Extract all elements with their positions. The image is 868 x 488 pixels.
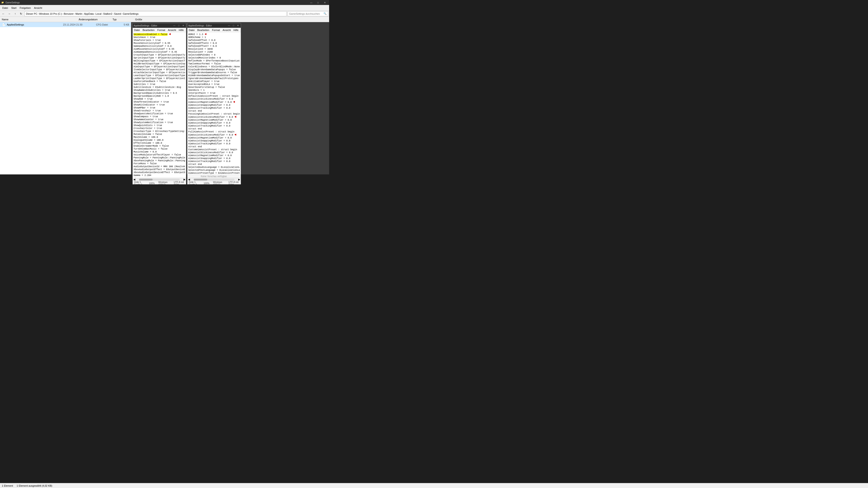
editor-line: CrouchInputType = EPlayerActionInputType… <box>133 54 185 57</box>
back-button[interactable]: ← <box>1 11 6 16</box>
editor-line: SafeZoneOffsetX = 0.0 <box>188 42 240 45</box>
editor-line: struct end <box>188 109 240 112</box>
view-menu[interactable]: Ansicht <box>33 5 43 10</box>
editor-line: ShowQuestsNotification = true <box>133 112 185 115</box>
editor-line: ShowTutorials = true <box>133 39 185 42</box>
minimize-button[interactable]: — <box>308 0 315 5</box>
editor-line: HideBrokenGameDataPopupsOnStart = true <box>188 74 240 77</box>
scrollbar-right-btn[interactable]: ▶ <box>183 178 186 181</box>
editor-window-2: AppliedSettings - Editor — □ ✕ Datei Bea… <box>187 23 241 184</box>
editor-2-content[interactable]: HDRUI = 1.3 ◄HDRScheme = 1SafeZoneOffset… <box>187 32 241 175</box>
editor-line: SelectedAudioLanguage = ELocalizationLan… <box>188 166 240 169</box>
maximize-button[interactable]: □ <box>315 0 321 5</box>
editor-line: XboxAudioOutputDeviceEffect = EOutputDev… <box>133 171 185 174</box>
refresh-button[interactable]: ↻ <box>19 11 24 16</box>
editor-1-menu-datei[interactable]: Datei <box>133 28 141 32</box>
scrollbar-left-btn[interactable]: ◀ <box>133 178 136 181</box>
file-size: 5 KB <box>116 23 129 26</box>
breadcrumb[interactable]: Dieser PC › Windows 10 Pro (C:) › Benutz… <box>24 11 287 16</box>
title-bar-icons: 📁 <box>1 1 4 4</box>
editor-1-status: Zeile 1, Spalte 1 100% Windows (CRLF) UT… <box>133 181 186 184</box>
editor-1-scroll[interactable]: bAimAssistEnabled = false ◄bAutoSave = t… <box>133 33 185 177</box>
editor-1-maximize[interactable]: □ <box>177 24 181 27</box>
editor-1-menu-ansicht[interactable]: Ansicht <box>166 28 178 32</box>
editor-line: AimAssistMagnetismModifier = 0.0 <box>188 119 240 122</box>
editor-1-status-encoding: UTF-8 mit BOM <box>174 181 185 185</box>
editor-line: AimMouseSensitivityCoef = 0.55 <box>133 48 185 51</box>
editor-line: MusicVolume = 0.0 <box>133 151 185 153</box>
editor-1-close[interactable]: ✕ <box>182 24 185 27</box>
col-name[interactable]: Name <box>1 18 78 21</box>
editor-line: DefaultAimAssistPreset : struct begin <box>188 95 240 98</box>
editor-line: AimAssistTrackingModifier = 0.0 <box>188 142 240 145</box>
file-menu[interactable]: Datei <box>1 5 9 10</box>
file-item[interactable]: 📄 AppliedSettings 23.11.2024 21:30 CFG-D… <box>0 22 131 27</box>
search-box[interactable]: 🔍 <box>287 11 328 16</box>
editor-1-menu-hilfe[interactable]: Hilfe <box>178 28 185 32</box>
scrollbar-left-btn[interactable]: ◀ <box>187 178 191 181</box>
start-menu[interactable]: Start <box>10 5 18 10</box>
editor-line: AimAssistSnappingModifier = 0.0 <box>188 139 240 142</box>
editor-2-status-encoding: UTF-8 mit BOM <box>228 181 239 185</box>
editor-2-maximize[interactable]: □ <box>232 24 235 27</box>
editor-line: bAimAssistEnabled = false ◄ <box>133 33 185 36</box>
editor-line: FullAimAssistPreset : struct begin <box>188 130 240 133</box>
scrollbar-thumb[interactable] <box>194 179 207 181</box>
col-size[interactable]: Größe <box>134 18 152 21</box>
editor-line: SelectedGPUIndex = 0 <box>188 54 240 57</box>
file-type: CFG-Datei <box>96 23 114 26</box>
editor-line: TriggerBrokenGameDataEnsures = false <box>188 71 240 74</box>
editor-line: struct end <box>188 145 240 148</box>
scrollbar-thumb[interactable] <box>139 179 153 181</box>
editor-2-status-zoom: 100% <box>204 182 210 184</box>
editor-line: ForceMono = false <box>133 162 185 165</box>
breadcrumb-part: GameSettings <box>123 12 138 15</box>
editor-2-close[interactable]: ✕ <box>236 24 240 27</box>
editor-2-menu-ansicht[interactable]: Ansicht <box>221 28 232 32</box>
editor-2-scroll[interactable]: HDRUI = 1.3 ◄HDRScheme = 1SafeZoneOffset… <box>188 33 240 174</box>
editor-line: AimAssistMagnetismModifier = 0.0 ◄ <box>188 101 240 104</box>
editor-1-status-line: Zeile 1, Spalte 1 <box>134 181 145 185</box>
editor-1-content[interactable]: bAimAssistEnabled = false ◄bAutoSave = t… <box>133 32 186 178</box>
title-bar-title: GameSettings <box>5 1 308 4</box>
editor-1-menu-format[interactable]: Format <box>156 28 166 32</box>
col-modified[interactable]: Änderungsdatum <box>78 18 112 21</box>
editor-line: WalkingInputType = EPlayerActionInputTyp… <box>133 59 185 62</box>
toolbar: Datei Start Freigeben Ansicht <box>0 5 329 11</box>
col-type[interactable]: Typ <box>112 18 134 21</box>
editor-line: AimAssistSnappingModifier = 0.0 <box>188 157 240 160</box>
editor-2-menu-hilfe[interactable]: Hilfe <box>232 28 240 32</box>
editor-2-minimize[interactable]: — <box>227 24 231 27</box>
editor-line: VoiceModulatorsAffectPlayer = false <box>133 153 185 156</box>
editor-1-minimize[interactable]: — <box>173 24 176 27</box>
editor-2-menu-datei[interactable]: Datei <box>187 28 196 32</box>
forward-button[interactable]: → <box>7 11 12 16</box>
share-menu[interactable]: Freigeben <box>18 5 32 10</box>
editor-line: ShowSystemNotification = true <box>133 121 185 124</box>
editor-2-menu-bearbeiten[interactable]: Bearbeiten <box>196 28 211 32</box>
editor-2-title-bar: AppliedSettings - Editor — □ ✕ <box>187 23 241 28</box>
up-button[interactable]: ↑ <box>13 11 18 16</box>
editor-line: TwelveHourFormat = false <box>188 62 240 65</box>
editor-1-menu-bearbeiten[interactable]: Bearbeiten <box>141 28 156 32</box>
editor-line: EffectsVolume = 100.0 <box>133 142 185 144</box>
editor-line: AimAssistSnappingModifier = 0.0 <box>188 104 240 107</box>
search-input[interactable] <box>289 12 322 15</box>
app-icon: 📁 <box>1 1 4 4</box>
editor-line: DisplayBrokenGameDataPopups = false <box>188 68 240 71</box>
breadcrumb-part: Dieser PC <box>26 12 37 15</box>
editor-2-status-line: Zeile 1, Spalte 1 <box>189 181 200 185</box>
editor-line: SafeZoneOffsetY = 0.0 <box>188 45 240 48</box>
editor-1-scrollbar[interactable]: ◀ ▶ <box>133 178 186 181</box>
editor-line: UnkillablePlayer = true <box>188 80 240 83</box>
editor-line: bAutoSave = true <box>133 36 185 39</box>
editor-2-scrollbar[interactable]: ◀ ▶ <box>187 178 241 181</box>
editor-2-menu-format[interactable]: Format <box>211 28 221 32</box>
editor-line: AimAssistStickinessModifier = 0.0 <box>188 98 240 101</box>
editor-line: ShowAmmoCounter = true <box>133 118 185 121</box>
scrollbar-right-btn[interactable]: ▶ <box>238 178 241 181</box>
close-button[interactable]: ✕ <box>321 0 328 5</box>
file-pane: 📄 AppliedSettings 23.11.2024 21:30 CFG-D… <box>0 22 131 174</box>
editor-line: AttachSelectorInputType = EPlayerActionI… <box>133 71 185 74</box>
editor-1-menu: Datei Bearbeiten Format Ansicht Hilfe <box>133 28 186 32</box>
